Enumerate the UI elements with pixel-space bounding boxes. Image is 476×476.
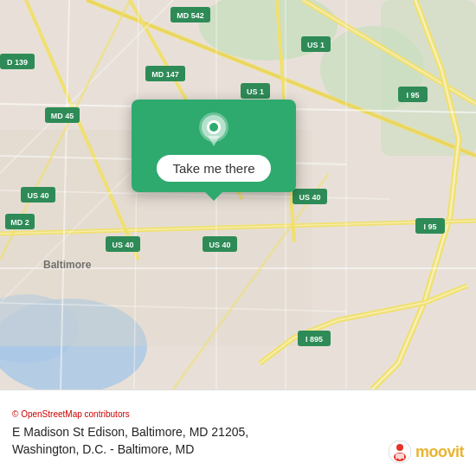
location-pin-icon bbox=[198, 112, 229, 148]
take-me-there-button[interactable]: Take me there bbox=[157, 155, 270, 182]
svg-text:US 1: US 1 bbox=[307, 41, 325, 49]
svg-text:US 40: US 40 bbox=[209, 241, 230, 249]
map-view: MD 542 US 1 D 139 MD 147 MD 45 US 1 I 95… bbox=[0, 0, 476, 389]
copyright-symbol: © bbox=[12, 409, 18, 419]
svg-text:MD 45: MD 45 bbox=[51, 112, 74, 120]
moovit-icon bbox=[388, 440, 412, 464]
svg-text:MD 542: MD 542 bbox=[177, 11, 204, 20]
svg-point-70 bbox=[401, 459, 403, 461]
svg-text:MD 147: MD 147 bbox=[151, 70, 179, 79]
svg-text:US 40: US 40 bbox=[112, 241, 133, 249]
svg-text:US 40: US 40 bbox=[299, 193, 320, 202]
svg-text:I 95: I 95 bbox=[423, 222, 436, 231]
svg-text:US 40: US 40 bbox=[27, 191, 48, 200]
location-popup: Take me there bbox=[132, 100, 296, 192]
svg-point-63 bbox=[209, 123, 218, 132]
svg-text:I 895: I 895 bbox=[306, 335, 323, 344]
svg-text:Baltimore: Baltimore bbox=[43, 259, 92, 271]
address-line1: E Madison St Edison, Baltimore, MD 21205… bbox=[12, 425, 248, 439]
address-line2: Washington, D.C. - Baltimore, MD bbox=[12, 442, 194, 456]
moovit-logo-text: moovit bbox=[415, 443, 464, 461]
moovit-branding: moovit bbox=[388, 440, 464, 464]
svg-text:MD 2: MD 2 bbox=[10, 218, 29, 227]
map-attribution: © OpenStreetMap contributors bbox=[12, 409, 464, 419]
svg-text:US 1: US 1 bbox=[247, 87, 264, 96]
attribution-text: OpenStreetMap contributors bbox=[21, 409, 130, 419]
svg-text:D 139: D 139 bbox=[7, 58, 28, 67]
svg-point-66 bbox=[396, 444, 403, 451]
svg-text:I 95: I 95 bbox=[406, 91, 419, 100]
bottom-info-bar: © OpenStreetMap contributors E Madison S… bbox=[0, 389, 476, 476]
svg-point-69 bbox=[396, 459, 399, 461]
